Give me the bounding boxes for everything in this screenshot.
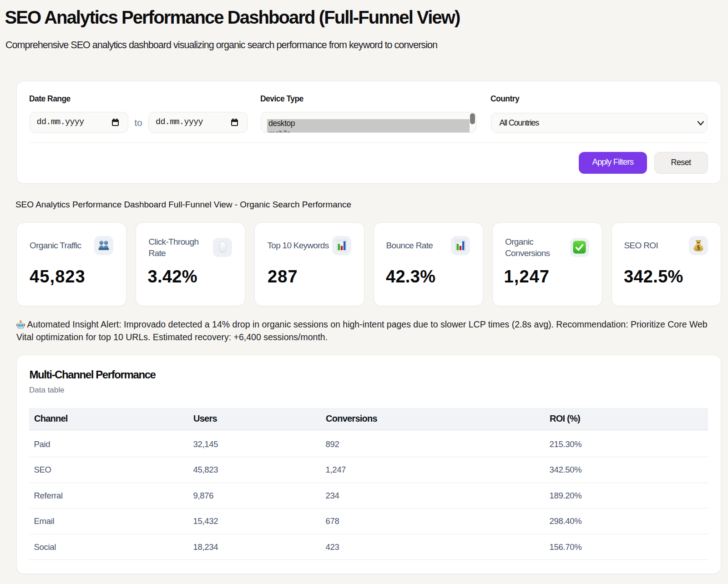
svg-text:$: $ bbox=[697, 244, 700, 251]
